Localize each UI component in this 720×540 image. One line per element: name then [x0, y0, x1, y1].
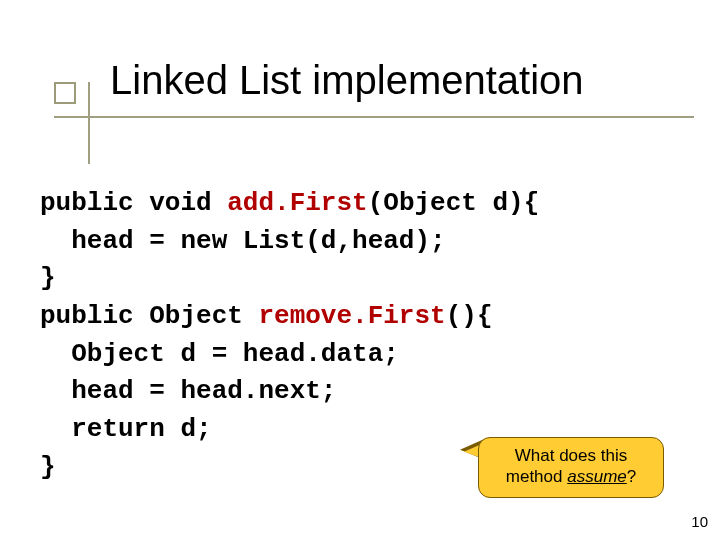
code-line-5: Object d = head.data; [40, 339, 399, 369]
callout-assume: assume [567, 467, 627, 486]
code-line-3: } [40, 263, 56, 293]
callout-line-1: What does this [489, 446, 653, 466]
code-line-7: return d; [40, 414, 212, 444]
code-line-1a: public void [40, 188, 227, 218]
code-line-2: head = new List(d,head); [40, 226, 446, 256]
code-line-4a: public Object [40, 301, 258, 331]
code-line-6: head = head.next; [40, 376, 336, 406]
page-number: 10 [691, 513, 708, 530]
deco-underline [54, 116, 694, 118]
callout-line-2a: method [506, 467, 567, 486]
deco-square [54, 82, 76, 104]
slide-title: Linked List implementation [110, 58, 584, 103]
callout-box: What does this method assume? [478, 437, 664, 498]
method-removefirst: remove.First [258, 301, 445, 331]
deco-vertical [88, 82, 90, 164]
callout-line-2: method assume? [489, 467, 653, 487]
code-line-1b: (Object d){ [368, 188, 540, 218]
code-line-4b: (){ [446, 301, 493, 331]
method-addfirst: add.First [227, 188, 367, 218]
callout-qmark: ? [627, 467, 636, 486]
code-line-8: } [40, 452, 56, 482]
